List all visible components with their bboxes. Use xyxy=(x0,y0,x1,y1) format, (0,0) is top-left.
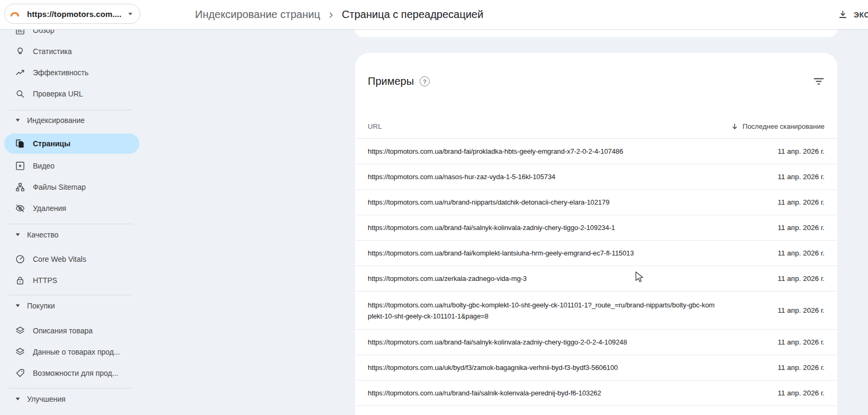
row-last-crawl-date: 11 апр. 2026 г. xyxy=(778,147,825,155)
inspect-icon xyxy=(15,89,25,99)
site-favicon xyxy=(7,6,22,21)
last-crawl-column-header[interactable]: Последнее сканирование xyxy=(731,122,825,130)
row-last-crawl-date: 11 апр. 2026 г. xyxy=(778,173,825,181)
table-row: https://topmotors.com.ua/brand-fai/salny… xyxy=(355,330,837,355)
row-url[interactable]: https://topmotors.com.ua/nasos-hur-zaz-v… xyxy=(368,171,555,182)
sidebar-item-https[interactable]: HTTPS xyxy=(0,270,139,291)
table-header-row: URL Последнее сканирование xyxy=(355,114,837,139)
caret-down-icon xyxy=(15,301,21,311)
filter-icon xyxy=(812,75,825,87)
tag-icon xyxy=(15,368,25,378)
sidebar-item-cwv[interactable]: Core Web Vitals xyxy=(0,249,139,270)
table-row: https://topmotors.com.ua/brand-fai/kompl… xyxy=(355,241,837,266)
filter-icon-button[interactable] xyxy=(812,74,826,88)
property-label: https://topmotors.com.... xyxy=(27,10,121,19)
video-icon xyxy=(15,161,25,171)
removals-icon xyxy=(15,203,25,214)
scrolled-card-remnant xyxy=(355,29,837,37)
table-row: https://topmotors.com.ua/ru/brand-fai/sa… xyxy=(355,381,837,406)
row-url[interactable]: https://topmotors.com.ua/uk/byd/f3/zamok… xyxy=(368,362,618,373)
top-app-bar: https://topmotors.com.... Индексирование… xyxy=(0,0,868,30)
row-url[interactable]: https://topmotors.com.ua/ru/brand-fai/sa… xyxy=(368,387,601,399)
sort-descending-icon xyxy=(731,122,739,130)
download-icon xyxy=(838,10,848,20)
card-title-row: Примеры xyxy=(368,75,430,87)
examples-card: Примеры URL Последнее сканирование https… xyxy=(355,53,837,415)
sidebar-divider xyxy=(9,295,132,295)
sidebar-item-pages[interactable]: Страницы xyxy=(4,134,139,154)
help-icon[interactable] xyxy=(420,76,430,86)
sidebar-item-opportunities[interactable]: Возможности для прод... xyxy=(0,363,139,384)
performance-icon xyxy=(15,67,25,78)
https-icon xyxy=(15,275,25,286)
url-column-header: URL xyxy=(368,122,382,130)
row-last-crawl-date: 11 апр. 2026 г. xyxy=(778,338,825,346)
sidebar-item-inspect[interactable]: Проверка URL xyxy=(0,83,139,104)
row-url[interactable]: https://topmotors.com.ua/brand-fai/kompl… xyxy=(368,248,634,259)
layers-icon xyxy=(15,347,25,357)
breadcrumb-current: Страница с переадресацией xyxy=(342,8,483,21)
row-last-crawl-date: 11 апр. 2026 г. xyxy=(778,275,825,282)
row-url[interactable]: https://topmotors.com.ua/brand-fai/salny… xyxy=(368,337,627,348)
caret-down-icon xyxy=(15,230,21,240)
row-last-crawl-date: 11 апр. 2026 г. xyxy=(778,389,825,397)
table-row: https://topmotors.com.ua/nasos-hur-zaz-v… xyxy=(355,164,837,190)
sitemap-icon xyxy=(15,182,25,192)
table-row: https://topmotors.com.ua/brand-fai/salny… xyxy=(355,215,837,241)
sidebar-item-merchant[interactable]: Данные о товарах прод... xyxy=(0,341,139,363)
cwv-icon xyxy=(15,254,25,264)
sidebar-divider xyxy=(9,224,132,224)
row-url[interactable]: https://topmotors.com.ua/zerkala-zadnego… xyxy=(368,273,527,284)
app-root: { "colors": { "background": "#eef1f6", "… xyxy=(0,0,868,415)
table-row: https://topmotors.com.ua/zerkala-zadnego… xyxy=(355,266,837,292)
sidebar-section-enhancements[interactable]: Улучшения xyxy=(15,392,66,407)
sidebar-item-sitemaps[interactable]: Файлы Sitemap xyxy=(0,176,139,198)
row-url[interactable]: https://topmotors.com.ua/ru/brand-nippar… xyxy=(368,197,609,208)
chevron-down-icon xyxy=(127,11,134,17)
row-last-crawl-date: 11 апр. 2026 г. xyxy=(778,249,825,257)
sidebar-item-stats[interactable]: Статистика xyxy=(0,41,139,62)
table-row: https://topmotors.com.ua/brand-fai/prokl… xyxy=(355,139,837,164)
sidebar-item-snippets[interactable]: Описания товара xyxy=(0,320,139,341)
caret-down-icon xyxy=(15,116,21,125)
row-last-crawl-date: 11 апр. 2026 г. xyxy=(778,198,825,206)
breadcrumb-parent[interactable]: Индексирование страниц xyxy=(195,8,320,21)
sidebar: ОбзорСтатистикаЭффективностьПроверка URL… xyxy=(0,0,140,415)
caret-down-icon xyxy=(15,394,21,404)
sidebar-item-video[interactable]: Видео xyxy=(0,155,139,176)
sidebar-section-quality[interactable]: Качество xyxy=(15,227,58,242)
pages-icon xyxy=(15,138,25,149)
table-row: https://topmotors.com.ua/ru/brand-nippar… xyxy=(355,190,837,215)
sidebar-divider xyxy=(9,388,132,388)
card-title: Примеры xyxy=(368,75,414,87)
table-row: https://topmotors.com.ua/uk/byd/f3/zamok… xyxy=(355,355,837,381)
export-label: ЭКСПОРТ xyxy=(854,11,868,19)
sidebar-section-indexing[interactable]: Индексирование xyxy=(15,113,85,128)
sidebar-item-performance[interactable]: Эффективность xyxy=(0,62,139,83)
sidebar-divider xyxy=(9,110,132,110)
examples-table-body: https://topmotors.com.ua/brand-fai/prokl… xyxy=(355,139,837,406)
row-last-crawl-date: 11 апр. 2026 г. xyxy=(778,306,825,314)
export-button[interactable]: ЭКСПОРТ xyxy=(838,0,868,29)
stats-icon xyxy=(15,46,25,57)
row-last-crawl-date: 11 апр. 2026 г. xyxy=(778,364,825,372)
property-selector[interactable]: https://topmotors.com.... xyxy=(4,4,140,24)
table-row: https://topmotors.com.ua/ru/bolty-gbc-ko… xyxy=(355,292,837,330)
layers-icon xyxy=(15,325,25,336)
sidebar-item-removals[interactable]: Удаления xyxy=(0,198,139,219)
row-url[interactable]: https://topmotors.com.ua/brand-fai/salny… xyxy=(368,222,615,233)
row-last-crawl-date: 11 апр. 2026 г. xyxy=(778,224,825,232)
sidebar-section-shopping[interactable]: Покупки xyxy=(15,298,55,313)
chevron-right-icon xyxy=(326,11,335,20)
row-url[interactable]: https://topmotors.com.ua/ru/bolty-gbc-ko… xyxy=(368,299,718,322)
row-url[interactable]: https://topmotors.com.ua/brand-fai/prokl… xyxy=(368,146,623,157)
breadcrumb: Индексирование страниц Страница с переад… xyxy=(195,0,483,29)
